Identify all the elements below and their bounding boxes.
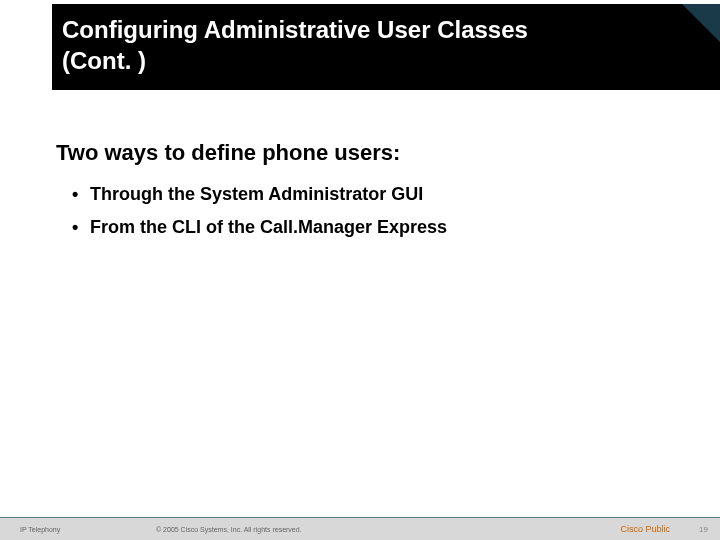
content-area: Two ways to define phone users: Through … bbox=[56, 140, 680, 250]
footer-page-number: 19 bbox=[699, 525, 708, 534]
subtitle: Two ways to define phone users: bbox=[56, 140, 680, 166]
bullet-list: Through the System Administrator GUI Fro… bbox=[56, 184, 680, 238]
title-line-2: (Cont. ) bbox=[62, 47, 146, 74]
slide-title: Configuring Administrative User Classes … bbox=[52, 4, 720, 76]
list-item: Through the System Administrator GUI bbox=[72, 184, 680, 205]
footer-course-label: IP Telephony bbox=[20, 526, 60, 533]
list-item: From the CLI of the Call.Manager Express bbox=[72, 217, 680, 238]
footer: IP Telephony © 2005 Cisco Systems, Inc. … bbox=[0, 518, 720, 540]
title-line-1: Configuring Administrative User Classes bbox=[62, 16, 528, 43]
footer-copyright: © 2005 Cisco Systems, Inc. All rights re… bbox=[156, 526, 302, 533]
title-banner: Configuring Administrative User Classes … bbox=[52, 4, 720, 90]
footer-classification: Cisco Public bbox=[620, 524, 670, 534]
corner-decoration bbox=[682, 4, 720, 42]
